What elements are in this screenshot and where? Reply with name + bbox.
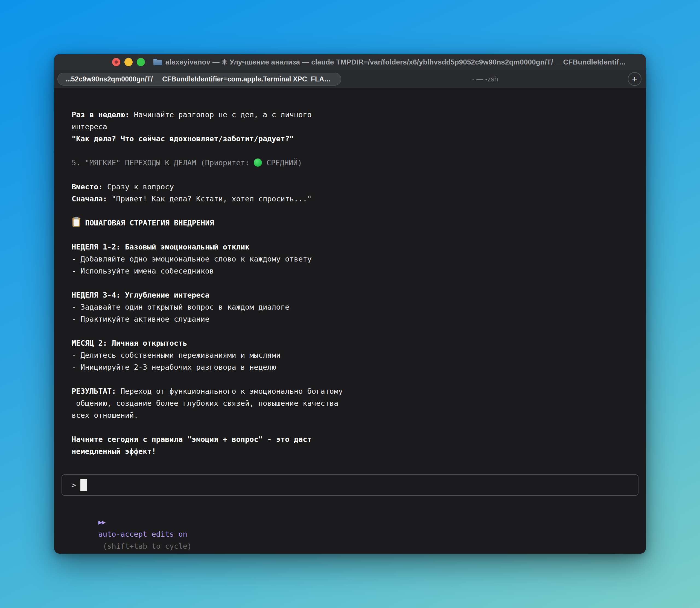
terminal-line — [72, 145, 635, 157]
terminal-line — [72, 169, 635, 181]
status-line: ▶▶ auto-accept edits on (shift+tab to cy… — [72, 504, 646, 516]
text-segment: "Привет! Как дела? Кстати, хотел спросит… — [107, 194, 312, 203]
text-segment: интереса — [72, 122, 107, 131]
text-segment: 5. "МЯГКИЕ" ПЕРЕХОДЫ К ДЕЛАМ (Приоритет: — [72, 158, 254, 167]
title-area: alexeyivanov — ✳ Улучшение анализа — cla… — [153, 58, 627, 66]
double-chevron-icon: ▶▶ — [98, 518, 105, 526]
text-segment: ПОШАГОВАЯ СТРАТЕГИЯ ВНЕДРЕНИЯ — [81, 218, 214, 227]
terminal-line — [72, 277, 635, 289]
text-segment: МЕСЯЦ 2: Личная открытость — [72, 339, 187, 347]
terminal-line: - Делитесь собственными переживаниями и … — [72, 349, 635, 361]
terminal-line: "Как дела? Что сейчас вдохновляет/заботи… — [72, 133, 635, 145]
text-segment: НЕДЕЛЯ 1-2: Базовый эмоциональный отклик — [72, 243, 250, 251]
terminal-line: - Практикуйте активное слушание — [72, 313, 635, 325]
text-segment: НЕДЕЛЯ 3-4: Углубление интереса — [72, 291, 209, 299]
terminal-line — [72, 373, 635, 385]
terminal-line: 5. "МЯГКИЕ" ПЕРЕХОДЫ К ДЕЛАМ (Приоритет:… — [72, 157, 635, 169]
folder-icon — [153, 59, 162, 65]
terminal-line: - Инициируйте 2-3 нерабочих разговора в … — [72, 361, 635, 373]
terminal-line — [72, 205, 635, 217]
prompt-input[interactable]: > — [61, 474, 639, 496]
terminal-line — [72, 325, 635, 337]
terminal-output: Раз в неделю: Начинайте разговор не с де… — [72, 109, 635, 457]
text-segment: немедленный эффект! — [72, 447, 156, 456]
text-segment: - Делитесь собственными переживаниями и … — [72, 351, 280, 359]
terminal-line: НЕДЕЛЯ 3-4: Углубление интереса — [72, 289, 635, 301]
zoom-button[interactable] — [137, 58, 145, 66]
terminal-line: - Добавляйте одно эмоциональное слово к … — [72, 253, 635, 265]
terminal-line: ПОШАГОВАЯ СТРАТЕГИЯ ВНЕДРЕНИЯ — [72, 217, 635, 229]
text-segment: "Как дела? Что сейчас вдохновляет/заботи… — [72, 134, 294, 143]
text-segment: всех отношений. — [72, 411, 139, 419]
terminal-line: Вместо: Сразу к вопросу — [72, 181, 635, 193]
terminal-content: Раз в неделю: Начинайте разговор не с де… — [54, 109, 646, 554]
terminal-line: Сначала: "Привет! Как дела? Кстати, хоте… — [72, 193, 635, 205]
terminal-line: РЕЗУЛЬТАТ: Переход от функционального к … — [72, 385, 635, 397]
auto-accept-mode-label: auto-accept edits on — [98, 530, 187, 538]
tab-bar: ...52c9w90ns2qm0000gn/T/ __CFBundleIdent… — [54, 70, 646, 88]
text-segment: СРЕДНИЙ) — [262, 158, 302, 167]
text-segment: общению, создание более глубоких связей,… — [72, 399, 338, 407]
prompt-symbol: > — [71, 481, 76, 490]
green-circle-icon — [254, 158, 262, 167]
text-segment: Сразу к вопросу — [103, 183, 174, 191]
text-segment: - Инициируйте 2-3 нерабочих разговора в … — [72, 363, 276, 372]
text-segment: Сначала: — [72, 194, 107, 203]
minimize-button[interactable] — [124, 58, 133, 66]
terminal-line — [72, 229, 635, 241]
text-segment: - Используйте имена собеседников — [72, 267, 214, 275]
text-segment: Раз в неделю: — [72, 110, 129, 119]
text-segment: Начинайте разговор не с дел, а с личного — [129, 110, 311, 119]
terminal-line: МЕСЯЦ 2: Личная открытость — [72, 337, 635, 349]
terminal-line: всех отношений. — [72, 409, 635, 421]
tab-label: ~ — -zsh — [471, 75, 498, 83]
terminal-line — [72, 421, 635, 433]
terminal-line: интереса — [72, 121, 635, 133]
terminal-line: немедленный эффект! — [72, 445, 635, 457]
text-segment: Переход от функционального к эмоциональн… — [116, 387, 343, 395]
text-segment: - Практикуйте активное слушание — [72, 315, 209, 323]
terminal-line: - Используйте имена собеседников — [72, 265, 635, 277]
terminal-line: Раз в неделю: Начинайте разговор не с де… — [72, 109, 635, 121]
terminal-line: общению, создание более глубоких связей,… — [72, 397, 635, 409]
window-title: alexeyivanov — ✳ Улучшение анализа — cla… — [165, 58, 627, 66]
text-segment: Начните сегодня с правила "эмоция + вопр… — [72, 435, 312, 443]
terminal-line: - Задавайте один открытый вопрос в каждо… — [72, 301, 635, 313]
title-bar: alexeyivanov — ✳ Улучшение анализа — cla… — [54, 54, 646, 70]
terminal-line: НЕДЕЛЯ 1-2: Базовый эмоциональный отклик — [72, 241, 635, 253]
text-cursor — [80, 479, 87, 491]
text-segment: - Задавайте один открытый вопрос в каждо… — [72, 303, 290, 311]
text-segment: РЕЗУЛЬТАТ: — [72, 387, 116, 395]
text-segment: Вместо: — [72, 183, 103, 191]
new-tab-button[interactable]: + — [628, 72, 642, 86]
traffic-lights — [112, 58, 145, 66]
terminal-line: Начните сегодня с правила "эмоция + вопр… — [72, 433, 635, 445]
tab-zsh[interactable]: ~ — -zsh — [342, 70, 626, 88]
terminal-window: alexeyivanov — ✳ Улучшение анализа — cla… — [54, 54, 646, 554]
tab-label: ...52c9w90ns2qm0000gn/T/ __CFBundleIdent… — [58, 75, 341, 83]
cycle-hint: (shift+tab to cycle) — [98, 542, 192, 550]
clipboard-icon — [72, 217, 80, 227]
close-button[interactable] — [112, 58, 120, 66]
tab-terminal-session[interactable]: ...52c9w90ns2qm0000gn/T/ __CFBundleIdent… — [57, 73, 341, 86]
text-segment: - Добавляйте одно эмоциональное слово к … — [72, 255, 312, 263]
